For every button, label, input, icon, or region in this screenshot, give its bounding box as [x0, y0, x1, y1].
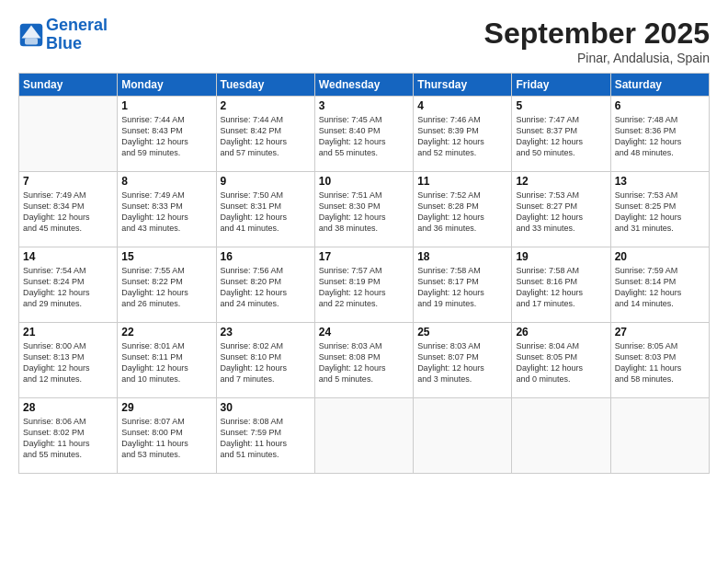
day-number: 12 — [516, 175, 606, 188]
day-info: Sunrise: 8:05 AM Sunset: 8:03 PM Dayligh… — [615, 340, 705, 385]
calendar-week-row: 21Sunrise: 8:00 AM Sunset: 8:13 PM Dayli… — [19, 323, 710, 398]
day-number: 11 — [417, 175, 507, 188]
calendar-week-row: 14Sunrise: 7:54 AM Sunset: 8:24 PM Dayli… — [19, 247, 710, 323]
day-info: Sunrise: 8:01 AM Sunset: 8:11 PM Dayligh… — [121, 340, 211, 385]
calendar-cell: 23Sunrise: 8:02 AM Sunset: 8:10 PM Dayli… — [216, 323, 314, 398]
weekday-header: Sunday — [19, 74, 118, 97]
calendar-cell: 4Sunrise: 7:46 AM Sunset: 8:39 PM Daylig… — [414, 97, 512, 172]
calendar-cell — [414, 398, 512, 474]
calendar-cell: 14Sunrise: 7:54 AM Sunset: 8:24 PM Dayli… — [19, 247, 118, 323]
calendar-cell: 30Sunrise: 8:08 AM Sunset: 7:59 PM Dayli… — [216, 398, 314, 474]
day-number: 20 — [615, 250, 705, 263]
day-number: 8 — [121, 175, 211, 188]
calendar-cell: 11Sunrise: 7:52 AM Sunset: 8:28 PM Dayli… — [414, 172, 512, 247]
day-number: 6 — [615, 99, 705, 112]
calendar-cell: 25Sunrise: 8:03 AM Sunset: 8:07 PM Dayli… — [414, 323, 512, 398]
day-info: Sunrise: 8:07 AM Sunset: 8:00 PM Dayligh… — [121, 416, 211, 461]
calendar-cell: 27Sunrise: 8:05 AM Sunset: 8:03 PM Dayli… — [610, 323, 709, 398]
day-number: 9 — [221, 175, 311, 188]
calendar-cell: 28Sunrise: 8:06 AM Sunset: 8:02 PM Dayli… — [19, 398, 118, 474]
weekday-header: Friday — [512, 74, 610, 97]
calendar-cell: 17Sunrise: 7:57 AM Sunset: 8:19 PM Dayli… — [314, 247, 413, 323]
day-number: 17 — [319, 250, 409, 263]
day-info: Sunrise: 7:58 AM Sunset: 8:17 PM Dayligh… — [417, 265, 507, 310]
day-number: 4 — [417, 99, 507, 112]
day-info: Sunrise: 8:03 AM Sunset: 8:07 PM Dayligh… — [417, 340, 507, 385]
weekday-header: Thursday — [414, 74, 512, 97]
day-info: Sunrise: 7:51 AM Sunset: 8:30 PM Dayligh… — [319, 190, 409, 235]
day-info: Sunrise: 7:44 AM Sunset: 8:43 PM Dayligh… — [121, 114, 211, 159]
calendar-cell: 8Sunrise: 7:49 AM Sunset: 8:33 PM Daylig… — [118, 172, 216, 247]
day-info: Sunrise: 8:08 AM Sunset: 7:59 PM Dayligh… — [221, 416, 311, 461]
calendar-cell — [19, 97, 118, 172]
day-number: 16 — [221, 250, 311, 263]
day-number: 5 — [516, 99, 606, 112]
day-info: Sunrise: 7:57 AM Sunset: 8:19 PM Dayligh… — [319, 265, 409, 310]
day-info: Sunrise: 7:54 AM Sunset: 8:24 PM Dayligh… — [23, 265, 113, 310]
calendar-cell: 18Sunrise: 7:58 AM Sunset: 8:17 PM Dayli… — [414, 247, 512, 323]
day-number: 22 — [121, 326, 211, 339]
logo-line2: Blue — [46, 34, 82, 52]
day-info: Sunrise: 8:04 AM Sunset: 8:05 PM Dayligh… — [516, 340, 606, 385]
calendar-week-row: 28Sunrise: 8:06 AM Sunset: 8:02 PM Dayli… — [19, 398, 710, 474]
calendar-cell: 29Sunrise: 8:07 AM Sunset: 8:00 PM Dayli… — [118, 398, 216, 474]
day-number: 14 — [23, 250, 113, 263]
calendar-cell: 15Sunrise: 7:55 AM Sunset: 8:22 PM Dayli… — [118, 247, 216, 323]
day-number: 24 — [319, 326, 409, 339]
weekday-header: Tuesday — [216, 74, 314, 97]
day-number: 1 — [121, 99, 211, 112]
day-number: 10 — [319, 175, 409, 188]
header: General Blue September 2025 Pinar, Andal… — [18, 17, 710, 65]
day-info: Sunrise: 7:53 AM Sunset: 8:25 PM Dayligh… — [615, 190, 705, 235]
calendar-cell — [610, 398, 709, 474]
logo-text: General Blue — [46, 17, 108, 53]
title-block: September 2025 Pinar, Andalusia, Spain — [484, 17, 710, 65]
day-info: Sunrise: 7:44 AM Sunset: 8:42 PM Dayligh… — [221, 114, 311, 159]
calendar-cell: 3Sunrise: 7:45 AM Sunset: 8:40 PM Daylig… — [314, 97, 413, 172]
calendar-cell: 19Sunrise: 7:58 AM Sunset: 8:16 PM Dayli… — [512, 247, 610, 323]
day-number: 7 — [23, 175, 113, 188]
calendar-cell: 9Sunrise: 7:50 AM Sunset: 8:31 PM Daylig… — [216, 172, 314, 247]
calendar-body: 1Sunrise: 7:44 AM Sunset: 8:43 PM Daylig… — [19, 97, 710, 474]
day-number: 18 — [417, 250, 507, 263]
day-number: 25 — [417, 326, 507, 339]
day-number: 15 — [121, 250, 211, 263]
day-info: Sunrise: 7:49 AM Sunset: 8:34 PM Dayligh… — [23, 190, 113, 235]
day-number: 2 — [221, 99, 311, 112]
calendar-cell: 12Sunrise: 7:53 AM Sunset: 8:27 PM Dayli… — [512, 172, 610, 247]
day-info: Sunrise: 8:02 AM Sunset: 8:10 PM Dayligh… — [221, 340, 311, 385]
day-info: Sunrise: 7:50 AM Sunset: 8:31 PM Dayligh… — [221, 190, 311, 235]
calendar-cell: 24Sunrise: 8:03 AM Sunset: 8:08 PM Dayli… — [314, 323, 413, 398]
calendar-cell: 16Sunrise: 7:56 AM Sunset: 8:20 PM Dayli… — [216, 247, 314, 323]
weekday-header: Saturday — [610, 74, 709, 97]
weekday-header: Monday — [118, 74, 216, 97]
calendar-week-row: 7Sunrise: 7:49 AM Sunset: 8:34 PM Daylig… — [19, 172, 710, 247]
calendar-cell — [512, 398, 610, 474]
calendar-cell: 10Sunrise: 7:51 AM Sunset: 8:30 PM Dayli… — [314, 172, 413, 247]
calendar-cell: 6Sunrise: 7:48 AM Sunset: 8:36 PM Daylig… — [610, 97, 709, 172]
logo-line1: General — [46, 16, 108, 34]
day-info: Sunrise: 8:03 AM Sunset: 8:08 PM Dayligh… — [319, 340, 409, 385]
day-info: Sunrise: 7:52 AM Sunset: 8:28 PM Dayligh… — [417, 190, 507, 235]
day-info: Sunrise: 7:59 AM Sunset: 8:14 PM Dayligh… — [615, 265, 705, 310]
calendar-header-row: SundayMondayTuesdayWednesdayThursdayFrid… — [19, 74, 710, 97]
location-subtitle: Pinar, Andalusia, Spain — [484, 51, 710, 65]
page: General Blue September 2025 Pinar, Andal… — [0, 0, 728, 563]
day-info: Sunrise: 7:58 AM Sunset: 8:16 PM Dayligh… — [516, 265, 606, 310]
day-info: Sunrise: 7:45 AM Sunset: 8:40 PM Dayligh… — [319, 114, 409, 159]
day-number: 23 — [221, 326, 311, 339]
day-number: 28 — [23, 401, 113, 414]
calendar-cell: 20Sunrise: 7:59 AM Sunset: 8:14 PM Dayli… — [610, 247, 709, 323]
day-number: 21 — [23, 326, 113, 339]
day-number: 3 — [319, 99, 409, 112]
calendar-cell: 5Sunrise: 7:47 AM Sunset: 8:37 PM Daylig… — [512, 97, 610, 172]
day-number: 13 — [615, 175, 705, 188]
day-info: Sunrise: 7:53 AM Sunset: 8:27 PM Dayligh… — [516, 190, 606, 235]
day-info: Sunrise: 7:49 AM Sunset: 8:33 PM Dayligh… — [121, 190, 211, 235]
day-info: Sunrise: 8:06 AM Sunset: 8:02 PM Dayligh… — [23, 416, 113, 461]
calendar-cell: 26Sunrise: 8:04 AM Sunset: 8:05 PM Dayli… — [512, 323, 610, 398]
day-number: 19 — [516, 250, 606, 263]
calendar-week-row: 1Sunrise: 7:44 AM Sunset: 8:43 PM Daylig… — [19, 97, 710, 172]
calendar-cell: 1Sunrise: 7:44 AM Sunset: 8:43 PM Daylig… — [118, 97, 216, 172]
weekday-header: Wednesday — [314, 74, 413, 97]
